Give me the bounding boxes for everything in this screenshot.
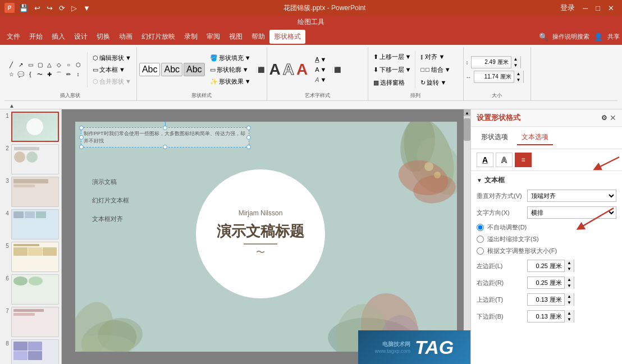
left-margin-down[interactable]: ▼ [565, 266, 574, 272]
group-button[interactable]: □ □ 组合 ▼ [418, 64, 453, 76]
art-text-A3[interactable]: A [296, 61, 308, 79]
slide-thumb-5[interactable]: 5 [2, 242, 59, 272]
handle-tr[interactable] [246, 126, 251, 130]
slide-preview-2[interactable] [11, 144, 59, 174]
left-margin-input[interactable]: 0.25 厘米 [528, 262, 564, 269]
width-up[interactable]: ▲ [514, 71, 523, 77]
art-text-A2[interactable]: A [283, 61, 294, 79]
align-button[interactable]: ⫿ 对齐 ▼ [418, 51, 453, 63]
text-box-button[interactable]: ▭ 文本框 ▼ [90, 64, 134, 76]
shape-freeform[interactable]: ✏ [64, 70, 73, 79]
tab-text-options[interactable]: 文本选项 [517, 130, 553, 145]
shape-cross[interactable]: ✚ [45, 70, 54, 79]
bottom-margin-up[interactable]: ▲ [565, 310, 574, 316]
shape-callout[interactable]: 💬 [16, 70, 25, 79]
top-margin-input[interactable]: 0.13 厘米 [528, 296, 564, 303]
bottom-margin-input[interactable]: 0.13 厘米 [528, 313, 564, 320]
menu-view[interactable]: 视图 [225, 30, 247, 44]
menu-insert[interactable]: 插入 [47, 30, 70, 44]
slide-preview-7[interactable] [11, 307, 59, 337]
menu-record[interactable]: 录制 [180, 30, 202, 44]
top-margin-up[interactable]: ▲ [565, 293, 574, 300]
vertical-scrollbar[interactable]: ▲ [464, 109, 470, 364]
shape-effect-button[interactable]: ✨ 形状效果 ▼ [207, 76, 254, 87]
rotate-button[interactable]: ↻ 旋转 ▼ [418, 77, 453, 89]
menu-file[interactable]: 文件 [2, 30, 25, 44]
share-button[interactable]: 共享 [607, 33, 620, 41]
right-margin-up[interactable]: ▲ [565, 277, 574, 283]
shape-star[interactable]: ☆ [7, 70, 16, 79]
present-button[interactable]: ▷ [69, 3, 79, 13]
slide-thumb-4[interactable]: 4 [2, 209, 59, 239]
shape-arrow[interactable]: ↗ [16, 61, 25, 70]
top-margin-down[interactable]: ▼ [565, 300, 574, 306]
menu-shape-format[interactable]: 形状格式 [269, 30, 305, 44]
vertical-align-select[interactable]: 顶端对齐 中部对齐 底端对齐 [527, 190, 616, 202]
panel-close-button[interactable]: ✕ [610, 113, 616, 122]
merge-shapes-button[interactable]: ⬡ 合并形状 ▼ [90, 76, 134, 87]
shape-fill-button[interactable]: 🪣 形状填充 ▼ [207, 52, 254, 64]
right-margin-input[interactable]: 0.25 厘米 [528, 279, 564, 286]
shape-round-rect[interactable]: ▢ [35, 61, 44, 70]
collapse-ribbon[interactable]: ▲ [9, 103, 15, 109]
redo-button[interactable]: ↪ [44, 3, 55, 13]
shape-curve[interactable]: ⌒ [54, 70, 63, 79]
top-margin-spinner[interactable]: 0.13 厘米 ▲ ▼ [527, 293, 574, 306]
auto-radio-3[interactable] [477, 247, 484, 255]
bottom-margin-down[interactable]: ▼ [565, 316, 574, 322]
customize-button[interactable]: ▼ [81, 3, 93, 13]
shape-rect[interactable]: ▭ [26, 61, 35, 70]
select-pane-button[interactable]: ▦ 选择窗格 [371, 77, 414, 89]
edit-shape-button[interactable]: ⬡ 编辑形状 ▼ [90, 52, 134, 64]
handle-tm[interactable] [163, 126, 167, 130]
slide-thumb-1[interactable]: 1 [2, 112, 59, 142]
tab-icon-text-fill[interactable]: A [477, 153, 493, 167]
menu-design[interactable]: 设计 [70, 30, 92, 44]
left-margin-spinner[interactable]: 0.25 厘米 ▲ ▼ [527, 260, 574, 272]
shape-bracket[interactable]: { [26, 70, 35, 79]
shape-more[interactable]: ⬡ [74, 61, 83, 70]
auto-radio-2[interactable] [477, 236, 484, 243]
maximize-button[interactable]: □ [592, 2, 603, 14]
tab-icon-text-outline[interactable]: A [496, 153, 513, 167]
minimize-button[interactable]: ─ [579, 2, 591, 14]
bottom-margin-spinner[interactable]: 0.13 厘米 ▲ ▼ [527, 310, 574, 322]
close-button[interactable]: ✕ [605, 2, 618, 14]
menu-switch[interactable]: 切换 [92, 30, 115, 44]
tab-icon-textbox[interactable]: ≡ [515, 153, 532, 167]
style-btn-2[interactable]: Abc [161, 63, 182, 76]
slide-preview-5[interactable] [11, 242, 59, 272]
handle-tl[interactable] [79, 126, 84, 130]
expand2-icon[interactable]: ⬛ [334, 67, 341, 73]
slide-preview-1[interactable] [11, 112, 59, 142]
save-button[interactable]: 💾 [17, 3, 30, 13]
refresh-button[interactable]: ⟳ [57, 3, 67, 13]
handle-br[interactable] [246, 145, 251, 149]
slide-thumb-7[interactable]: 7 [2, 307, 59, 337]
shape-diamond[interactable]: ◇ [54, 61, 63, 70]
slide-preview-4[interactable] [11, 209, 59, 239]
search-label[interactable]: 操作说明搜索 [552, 33, 589, 41]
style-btn-1[interactable]: Abc [139, 63, 161, 76]
shape-scroll[interactable]: ↕ [74, 70, 83, 79]
menu-help[interactable]: 帮助 [247, 30, 269, 44]
height-up[interactable]: ▲ [511, 56, 520, 62]
slide-thumb-3[interactable]: 3 [2, 177, 59, 207]
menu-slideshow[interactable]: 幻灯片放映 [137, 30, 180, 44]
menu-animate[interactable]: 动画 [115, 30, 137, 44]
slide-thumb-6[interactable]: 6 [2, 274, 59, 305]
menu-start[interactable]: 开始 [25, 30, 47, 44]
shape-triangle[interactable]: △ [45, 61, 54, 70]
slide-thumb-2[interactable]: 2 [2, 144, 59, 174]
text-fill-button[interactable]: A ▼ [312, 54, 329, 64]
tab-shape-options[interactable]: 形状选项 [477, 130, 513, 145]
handle-ml[interactable] [79, 135, 84, 140]
text-effect-button[interactable]: A ▼ [312, 75, 329, 85]
handle-bl[interactable] [79, 145, 84, 149]
text-outline-button[interactable]: A ▼ [312, 64, 329, 75]
shape-line[interactable]: ╱ [7, 61, 16, 70]
undo-button[interactable]: ↩ [32, 3, 43, 13]
right-margin-down[interactable]: ▼ [565, 283, 574, 289]
move-down-button[interactable]: ⬇ 下移一层 ▼ [371, 64, 414, 76]
width-spinner[interactable]: 11.74 厘米 ▲ ▼ [474, 71, 524, 83]
